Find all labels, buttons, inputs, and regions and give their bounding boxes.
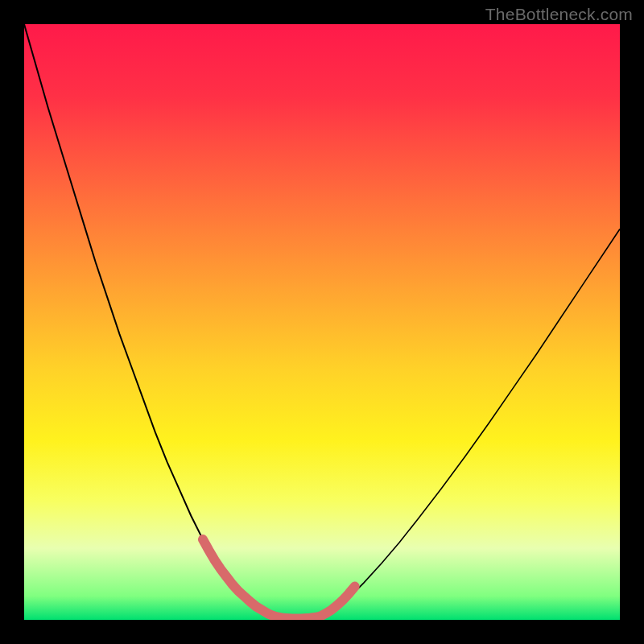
chart-plot-area bbox=[24, 24, 620, 620]
chart-svg bbox=[24, 24, 620, 620]
series-bottom-highlight bbox=[275, 617, 320, 619]
chart-background bbox=[24, 24, 620, 620]
watermark-text: TheBottleneck.com bbox=[485, 5, 633, 24]
